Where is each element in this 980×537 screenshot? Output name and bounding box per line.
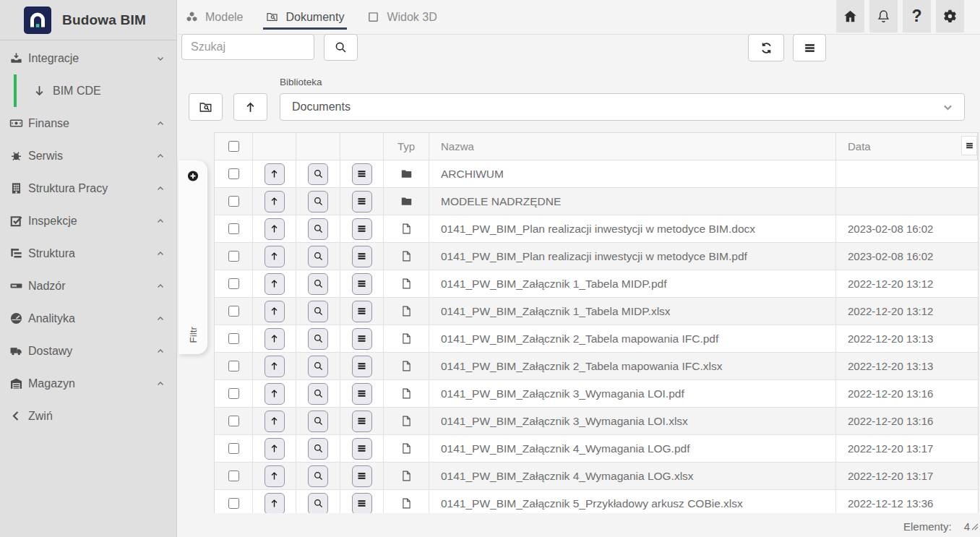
file-name[interactable]: 0141_PW_BIM_Załącznik 4_Wymagania LOG.pd…: [429, 435, 836, 462]
row-checkbox[interactable]: [228, 443, 239, 454]
bell-button[interactable]: [869, 0, 898, 33]
preview-button[interactable]: [308, 273, 328, 295]
preview-button[interactable]: [308, 191, 328, 212]
sidebar-item-magazyn[interactable]: Magazyn: [0, 367, 176, 400]
sidebar-item-nadzor[interactable]: Nadzór: [0, 270, 176, 302]
column-header-data[interactable]: Data: [836, 133, 978, 160]
tab-widok-3d[interactable]: Widok 3D: [364, 0, 439, 34]
sidebar-item-serwis[interactable]: Serwis: [0, 139, 176, 172]
folder-name[interactable]: ARCHIWUM: [429, 160, 836, 187]
preview-button[interactable]: [308, 218, 328, 240]
file-name[interactable]: 0141_PW_BIM_Załącznik 1_Tabela MIDP.xlsx: [429, 298, 836, 325]
search-input[interactable]: [181, 34, 314, 60]
row-checkbox[interactable]: [228, 388, 239, 399]
file-name[interactable]: 0141_PW_BIM_Załącznik 5_Przykładowy arku…: [429, 490, 836, 513]
tab-dokumenty[interactable]: Dokumenty: [263, 0, 347, 34]
row-checkbox[interactable]: [228, 416, 239, 426]
select-all-checkbox[interactable]: [228, 141, 239, 152]
tab-modele[interactable]: Modele: [183, 0, 246, 34]
row-menu-button[interactable]: [352, 438, 372, 460]
file-name[interactable]: 0141_PW_BIM_Plan realizacji inwestycji w…: [429, 215, 836, 242]
row-checkbox[interactable]: [228, 251, 239, 262]
preview-button[interactable]: [308, 328, 328, 350]
file-name[interactable]: 0141_PW_BIM_Załącznik 4_Wymagania LOG.xl…: [429, 463, 836, 489]
file-name[interactable]: 0141_PW_BIM_Załącznik 2_Tabela mapowania…: [429, 325, 836, 352]
upload-version-button[interactable]: [265, 493, 285, 514]
help-button[interactable]: ?: [903, 0, 931, 33]
row-menu-button[interactable]: [352, 163, 372, 185]
browse-library-button[interactable]: [189, 93, 223, 121]
preview-button[interactable]: [308, 438, 328, 460]
upload-version-button[interactable]: [265, 163, 285, 185]
row-checkbox[interactable]: [228, 361, 239, 371]
preview-button[interactable]: [308, 493, 328, 514]
sidebar-item-bim-cde[interactable]: BIM CDE: [0, 74, 176, 107]
row-checkbox[interactable]: [228, 333, 239, 344]
sidebar-item-finanse[interactable]: Finanse: [0, 107, 176, 139]
add-filter-button[interactable]: [187, 170, 199, 182]
upload-version-button[interactable]: [265, 301, 285, 322]
row-menu-button[interactable]: [352, 246, 372, 267]
file-name[interactable]: 0141_PW_BIM_Załącznik 1_Tabela MIDP.pdf: [429, 270, 836, 297]
row-menu-button[interactable]: [352, 328, 372, 350]
up-level-button[interactable]: [233, 93, 267, 121]
sidebar-item-zwin[interactable]: Zwiń: [0, 400, 176, 432]
row-checkbox[interactable]: [228, 223, 239, 234]
upload-version-button[interactable]: [265, 218, 285, 240]
sidebar-item-struktura[interactable]: Struktura: [0, 237, 176, 270]
row-checkbox[interactable]: [228, 278, 239, 289]
upload-version-button[interactable]: [265, 411, 285, 432]
view-menu-button[interactable]: [793, 34, 826, 61]
upload-version-button[interactable]: [265, 191, 285, 212]
column-menu-button[interactable]: [961, 136, 977, 155]
row-checkbox[interactable]: [228, 196, 239, 207]
preview-button[interactable]: [308, 465, 328, 487]
file-name[interactable]: 0141_PW_BIM_Załącznik 2_Tabela mapowania…: [429, 353, 836, 379]
sidebar-item-dostawy[interactable]: Dostawy: [0, 335, 176, 367]
preview-button[interactable]: [308, 246, 328, 267]
row-checkbox[interactable]: [228, 168, 239, 179]
folder-name[interactable]: MODELE NADRZĘDNE: [429, 188, 836, 215]
chevron-up-small-icon: [155, 281, 166, 291]
sidebar-item-inspekcje[interactable]: Inspekcje: [0, 205, 176, 237]
row-checkbox[interactable]: [228, 498, 239, 509]
row-menu-button[interactable]: [352, 465, 372, 487]
row-menu-button[interactable]: [352, 191, 372, 212]
row-menu-button[interactable]: [352, 411, 372, 432]
upload-version-button[interactable]: [265, 246, 285, 267]
search-button[interactable]: [324, 34, 358, 61]
file-name[interactable]: 0141_PW_BIM_Załącznik 3_Wymagania LOI.pd…: [429, 380, 836, 407]
preview-button[interactable]: [308, 163, 328, 185]
upload-version-button[interactable]: [265, 356, 285, 377]
library-select[interactable]: Documents: [280, 93, 965, 121]
chevron-up-small-icon: [155, 184, 166, 194]
sidebar-item-integracje[interactable]: Integracje: [0, 42, 176, 74]
preview-button[interactable]: [308, 411, 328, 432]
column-header-typ[interactable]: Typ: [384, 133, 429, 160]
file-name[interactable]: 0141_PW_BIM_Plan realizacji inwestycji w…: [429, 243, 836, 270]
row-checkbox[interactable]: [228, 306, 239, 317]
preview-button[interactable]: [308, 301, 328, 322]
upload-version-button[interactable]: [265, 273, 285, 295]
upload-version-button[interactable]: [265, 328, 285, 350]
row-menu-button[interactable]: [352, 493, 372, 514]
file-name[interactable]: 0141_PW_BIM_Załącznik 3_Wymagania LOI.xl…: [429, 408, 836, 434]
table-row-file: 0141_PW_BIM_Załącznik 3_Wymagania LOI.pd…: [215, 380, 978, 408]
upload-version-button[interactable]: [265, 438, 285, 460]
row-menu-button[interactable]: [352, 273, 372, 295]
home-button[interactable]: [836, 0, 864, 33]
row-menu-button[interactable]: [352, 356, 372, 377]
column-header-nazwa[interactable]: Nazwa: [429, 133, 836, 160]
row-menu-button[interactable]: [352, 301, 372, 322]
upload-version-button[interactable]: [265, 465, 285, 487]
sidebar-item-analityka[interactable]: Analityka: [0, 302, 176, 335]
gear-button[interactable]: [936, 0, 964, 33]
upload-version-button[interactable]: [265, 383, 285, 405]
row-checkbox[interactable]: [228, 471, 239, 481]
sidebar-item-struktura-pracy[interactable]: Struktura Pracy: [0, 172, 176, 205]
row-menu-button[interactable]: [352, 383, 372, 405]
refresh-button[interactable]: [748, 34, 784, 61]
row-menu-button[interactable]: [352, 218, 372, 240]
preview-button[interactable]: [308, 356, 328, 377]
preview-button[interactable]: [308, 383, 328, 405]
